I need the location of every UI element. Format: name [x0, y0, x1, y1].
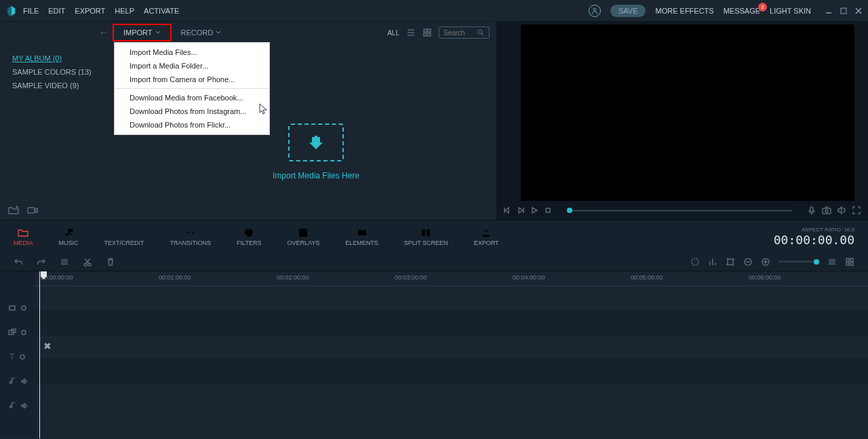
chevron-down-icon [216, 30, 221, 35]
crop-icon[interactable] [726, 257, 735, 267]
filter-all-label[interactable]: ALL [387, 29, 399, 37]
cut-icon[interactable] [83, 257, 92, 267]
import-media-folder[interactable]: Import a Media Folder... [115, 59, 269, 73]
menu-export[interactable]: EXPORT [75, 7, 105, 15]
svg-rect-28 [427, 229, 430, 236]
menu-activate[interactable]: ACTIVATE [144, 7, 179, 15]
record-icon[interactable] [27, 206, 38, 215]
tab-transitions[interactable]: TRANSITIONS [170, 227, 212, 246]
search-input[interactable] [443, 29, 477, 37]
tab-music[interactable]: MUSIC [59, 227, 79, 246]
message-link[interactable]: MESSAGE 2 [724, 7, 760, 15]
list-view-icon[interactable] [406, 28, 416, 37]
redo-icon[interactable] [37, 257, 46, 267]
svg-point-23 [246, 231, 252, 237]
stop-button[interactable] [544, 206, 552, 214]
audio-mixer-icon[interactable] [708, 257, 717, 267]
svg-rect-2 [841, 8, 846, 14]
track-text-label[interactable]: T [0, 345, 35, 369]
import-dropdown-button[interactable]: IMPORT [113, 24, 172, 41]
track-text[interactable]: ✖ [35, 335, 868, 360]
delete-icon[interactable] [106, 257, 115, 267]
sidebar-item-sample-colors[interactable]: SAMPLE COLORS (13) [5, 65, 108, 79]
menu-help[interactable]: HELP [115, 7, 134, 15]
zoom-in-icon[interactable] [761, 257, 770, 267]
tab-export[interactable]: EXPORT [474, 227, 499, 246]
svg-point-34 [692, 259, 698, 265]
tab-split-screen[interactable]: SPLIT SCREEN [404, 227, 448, 246]
aspect-ratio-label: ASPECT RATIO: [802, 227, 842, 233]
menu-file[interactable]: FILE [23, 7, 39, 15]
track-audio1-label[interactable] [0, 369, 35, 394]
sidebar-item-sample-video[interactable]: SAMPLE VIDEO (9) [5, 79, 108, 92]
svg-rect-16 [28, 208, 35, 213]
import-media-files[interactable]: Import Media Files... [115, 45, 269, 59]
library-toolbar: ← IMPORT RECORD ALL [0, 22, 496, 43]
zoom-out-icon[interactable] [743, 257, 753, 267]
svg-rect-47 [850, 263, 853, 265]
track-audio1[interactable] [35, 360, 868, 384]
timeline-toolbar [0, 252, 868, 271]
snapshot-icon[interactable] [822, 206, 831, 215]
stop-marker-button[interactable] [517, 206, 525, 214]
new-folder-icon[interactable] [8, 206, 19, 215]
track-overlay-label[interactable] [0, 320, 35, 345]
back-arrow-icon[interactable]: ← [99, 27, 108, 38]
search-icon [477, 29, 484, 36]
user-account-icon[interactable] [589, 5, 601, 17]
window-maximize-icon[interactable] [840, 7, 848, 15]
svg-line-13 [482, 34, 484, 36]
save-button[interactable]: SAVE [610, 5, 646, 17]
download-flickr[interactable]: Download Photos from Flickr... [115, 118, 269, 132]
import-dropzone[interactable]: Import Media Files Here [273, 123, 359, 180]
svg-point-20 [825, 210, 828, 212]
tab-text-credit[interactable]: TEXT/CREDIT [104, 227, 144, 246]
playhead[interactable] [39, 271, 40, 438]
window-minimize-icon[interactable] [825, 7, 833, 15]
import-camera-phone[interactable]: Import from Camera or Phone... [115, 73, 269, 86]
window-close-icon[interactable] [854, 7, 863, 15]
prev-frame-button[interactable] [503, 206, 511, 214]
svg-rect-48 [9, 306, 15, 310]
volume-icon[interactable] [837, 206, 846, 215]
more-effects-link[interactable]: MORE EFFECTS [655, 7, 713, 15]
track-overlay[interactable] [35, 311, 868, 335]
record-label: RECORD [181, 28, 214, 37]
cursor-icon [259, 103, 269, 115]
list-toggle-icon[interactable] [827, 257, 837, 267]
sidebar-item-my-album[interactable]: MY ALBUM (0) [5, 52, 108, 65]
menu-icon[interactable] [60, 257, 69, 267]
download-instagram[interactable]: Download Photos from Instagram... [115, 104, 269, 118]
preview-seek-bar[interactable] [567, 210, 792, 212]
tab-overlays[interactable]: OVERLAYS [287, 227, 319, 246]
svg-point-53 [20, 355, 24, 359]
search-field[interactable] [439, 26, 490, 39]
undo-icon[interactable] [14, 257, 23, 267]
track-delete-icon[interactable]: ✖ [43, 341, 52, 351]
play-button[interactable] [530, 206, 538, 214]
voiceover-icon[interactable] [807, 206, 816, 215]
track-audio2[interactable] [35, 384, 868, 408]
elements-icon [357, 227, 368, 238]
svg-rect-11 [428, 33, 431, 36]
tab-filters[interactable]: FILTERS [237, 227, 261, 246]
track-video-label[interactable] [0, 296, 35, 320]
message-badge: 2 [758, 3, 767, 12]
grid-toggle-icon[interactable] [845, 257, 854, 267]
timeline-zoom-slider[interactable] [778, 261, 819, 263]
render-icon[interactable] [690, 257, 700, 267]
menu-edit[interactable]: EDIT [48, 7, 65, 15]
grid-view-icon[interactable] [422, 28, 432, 37]
track-video[interactable] [35, 286, 868, 311]
track-audio2-label[interactable] [0, 394, 35, 418]
tab-media[interactable]: MEDIA [14, 227, 33, 246]
download-facebook[interactable]: Download Media from Facebook... [115, 91, 269, 104]
svg-rect-44 [846, 259, 849, 261]
svg-rect-8 [424, 29, 427, 32]
light-skin-toggle[interactable]: LIGHT SKIN [770, 7, 811, 15]
timeline-ruler[interactable]: 00:00:00:00 00:01:00:00 00:02:00:00 00:0… [35, 271, 868, 286]
record-dropdown-button[interactable]: RECORD [172, 25, 231, 40]
fullscreen-icon[interactable] [852, 206, 861, 215]
tab-elements[interactable]: ELEMENTS [345, 227, 378, 246]
transitions-icon [185, 227, 196, 238]
